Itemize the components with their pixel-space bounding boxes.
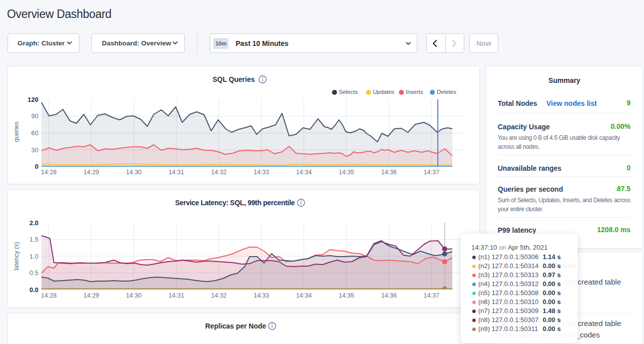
svg-text:14:28: 14:28 bbox=[41, 169, 56, 176]
svg-text:60: 60 bbox=[31, 129, 38, 137]
svg-text:14:37: 14:37 bbox=[424, 292, 439, 299]
svg-text:latency (s): latency (s) bbox=[13, 242, 20, 271]
svg-text:14:34: 14:34 bbox=[296, 292, 312, 299]
svg-text:14:28: 14:28 bbox=[41, 292, 56, 299]
svg-text:14:31: 14:31 bbox=[169, 292, 184, 299]
svg-text:14:36: 14:36 bbox=[381, 292, 396, 299]
svg-text:30: 30 bbox=[31, 146, 38, 154]
svg-text:14:32: 14:32 bbox=[211, 169, 227, 176]
svg-text:queries: queries bbox=[13, 122, 20, 142]
svg-text:14:36: 14:36 bbox=[381, 169, 396, 176]
svg-text:14:30: 14:30 bbox=[126, 292, 141, 299]
svg-text:14:37: 14:37 bbox=[424, 169, 439, 176]
svg-text:14:35: 14:35 bbox=[338, 292, 354, 299]
svg-text:1.0: 1.0 bbox=[29, 253, 38, 260]
svg-text:14:29: 14:29 bbox=[83, 292, 99, 299]
svg-text:14:35: 14:35 bbox=[338, 169, 354, 176]
svg-text:14:31: 14:31 bbox=[169, 169, 184, 176]
svg-text:14:33: 14:33 bbox=[254, 169, 269, 176]
svg-text:14:29: 14:29 bbox=[83, 169, 99, 176]
svg-text:0: 0 bbox=[35, 163, 38, 170]
svg-text:2.0: 2.0 bbox=[29, 219, 38, 227]
svg-text:0.0: 0.0 bbox=[29, 286, 38, 294]
svg-text:0.5: 0.5 bbox=[29, 269, 38, 277]
svg-text:14:33: 14:33 bbox=[254, 292, 269, 299]
svg-text:14:34: 14:34 bbox=[296, 169, 312, 176]
svg-text:90: 90 bbox=[31, 112, 38, 120]
svg-text:14:30: 14:30 bbox=[126, 169, 141, 176]
svg-text:120: 120 bbox=[27, 96, 38, 103]
svg-text:1.5: 1.5 bbox=[29, 236, 38, 243]
svg-text:14:32: 14:32 bbox=[211, 292, 227, 299]
